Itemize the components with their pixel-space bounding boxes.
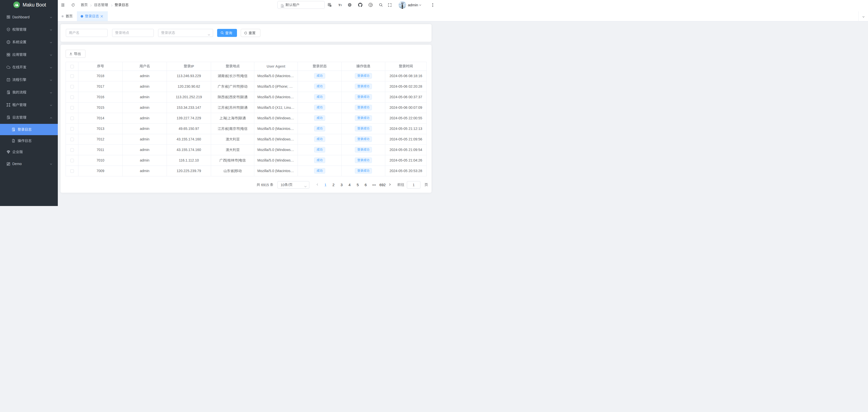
svg-text:T: T (340, 4, 342, 6)
